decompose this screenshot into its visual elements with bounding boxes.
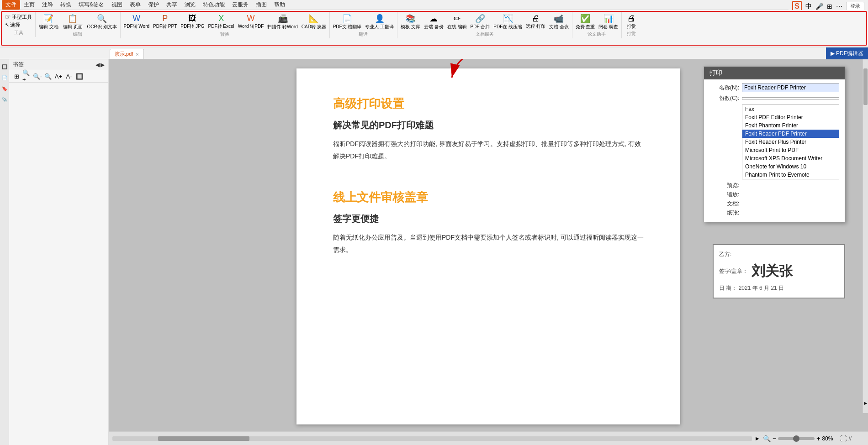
menu-form[interactable]: 表单 xyxy=(126,0,144,10)
right-scrollbar[interactable]: ▶ xyxy=(863,59,868,413)
pdf-editor-btn[interactable]: ▶ PDF编辑器 xyxy=(826,47,868,59)
scrollbar-thumb[interactable] xyxy=(863,68,868,105)
menu-help[interactable]: 帮助 xyxy=(270,0,289,10)
edit-doc-btn[interactable]: 📝 编辑 文档 xyxy=(37,13,60,31)
print-copies-input[interactable] xyxy=(742,97,839,100)
thesis-label: 论文助手 xyxy=(574,31,620,37)
sidebar-nav-next[interactable]: ▶ xyxy=(101,62,105,68)
pdf-tab[interactable]: 演示.pdf × xyxy=(110,49,144,59)
printer-item-editor[interactable]: Foxit PDF Editor Printer xyxy=(742,113,839,121)
menu-convert[interactable]: 转换 xyxy=(57,0,75,10)
section2-title: 线上文件审核盖章 xyxy=(333,189,644,205)
print-reward-btn[interactable]: 🖨 打赏 xyxy=(624,13,639,31)
tab-filename: 演示.pdf xyxy=(115,51,133,58)
pdf-online-btn[interactable]: 📉 PDF在 线压缩 xyxy=(492,13,524,31)
printer-item-fax[interactable]: Fax xyxy=(742,105,839,113)
section1-text: 福昕PDF阅读器拥有强大的打印功能, 界面友好易于学习。支持虚拟打印、批量打印等… xyxy=(333,138,644,162)
menu-plugin[interactable]: 插图 xyxy=(252,0,270,10)
printer-item-onenote[interactable]: OneNote for Windows 10 xyxy=(742,162,839,171)
sidebar-panel: 书签 ◀ ▶ ⊞ 🔍+ 🔍- 🔍 A+ A- 🔲 xyxy=(9,59,109,445)
scroll-right-btn[interactable]: ▶ xyxy=(756,436,759,441)
menu-cloud[interactable]: 云服务 xyxy=(228,0,252,10)
word-to-pdf-btn[interactable]: W Word 转PDF xyxy=(237,13,265,31)
merge-btn[interactable]: 🔗 PDF 合并 xyxy=(469,13,492,31)
template-btn[interactable]: 📚 模板 文库 xyxy=(399,13,422,31)
menu-browse[interactable]: 浏览 xyxy=(181,0,199,10)
zoom-slider[interactable] xyxy=(778,437,815,440)
printer-item-reader[interactable]: Foxit Reader PDF Printer xyxy=(742,130,839,138)
sidebar-tool-3[interactable]: 🔍- xyxy=(33,72,42,81)
sidebar-icon-1[interactable]: 🔲 xyxy=(1,63,8,70)
sidebar-icon-2[interactable]: 📄 xyxy=(1,74,8,81)
zoom-controls: 🔍 − + 80% ⛶ // xyxy=(763,435,852,442)
scroll-right-arrow[interactable]: ▶ xyxy=(863,400,868,406)
print-name-input[interactable]: Foxit Reader PDF Printer xyxy=(742,83,839,92)
printer-item-phantom[interactable]: Foxit Phantom Printer xyxy=(742,121,839,130)
pdf-to-word-btn[interactable]: W PDF转 Word xyxy=(122,13,151,31)
pdf-to-excel-btn[interactable]: X PDF转 Excel xyxy=(207,13,236,31)
remote-print-btn[interactable]: 🖨 远程 打印 xyxy=(524,13,547,31)
ocr-btn[interactable]: 🔍 OCR识 别文本 xyxy=(86,13,118,31)
select-tool-btn[interactable]: ↖ 选择 xyxy=(4,21,33,29)
print-zoom-label: 缩放: xyxy=(709,191,739,199)
menu-annotation[interactable]: 注释 xyxy=(38,0,57,10)
edit-page-btn[interactable]: 📋 编辑 页面 xyxy=(62,13,84,31)
stamp-signature-row: 签字/盖章： 刘关张 xyxy=(719,262,839,281)
layout-icon: ⊞ xyxy=(827,3,832,10)
sidebar-icon-3[interactable]: 🔖 xyxy=(1,85,8,92)
printer-item-evernote[interactable]: Phantom Print to Evernote xyxy=(742,171,839,179)
sidebar-tool-1[interactable]: ⊞ xyxy=(12,72,21,81)
cloud-backup-btn[interactable]: ☁ 云端 备份 xyxy=(423,13,445,31)
menu-share[interactable]: 共享 xyxy=(163,0,181,10)
zoom-out-icon[interactable]: 🔍 xyxy=(763,435,771,442)
hand-tool-btn[interactable]: ☞ 手型工具 xyxy=(4,13,33,21)
ribbon-convert-group: W PDF转 Word P PDF转 PPT 🖼 PDF转 JPG X PDF转… xyxy=(121,12,330,38)
pdf-to-jpg-btn[interactable]: 🖼 PDF转 JPG xyxy=(179,13,206,31)
sidebar-tool-2[interactable]: 🔍+ xyxy=(22,72,32,81)
pdf-page: 高级打印设置 解决常见的PDF打印难题 福昕PDF阅读器拥有强大的打印功能, 界… xyxy=(296,68,680,424)
menu-protect[interactable]: 保护 xyxy=(144,0,163,10)
printer-item-reader-plus[interactable]: Foxit Reader Plus Printer xyxy=(742,138,839,146)
menu-view[interactable]: 视图 xyxy=(108,0,126,10)
mic-icon: 🎤 xyxy=(815,3,823,10)
zoom-thumb[interactable] xyxy=(793,435,799,442)
docservice-label: 文档服务 xyxy=(399,31,570,37)
menu-home[interactable]: 主页 xyxy=(20,0,38,10)
zoom-minus-btn[interactable]: − xyxy=(773,435,776,442)
sidebar-tool-6[interactable]: A- xyxy=(64,72,74,81)
print-copies-label: 份数(C): xyxy=(709,94,739,102)
scan-btn[interactable]: 📠 扫描件 转Word xyxy=(266,13,299,31)
pdf-file-btn[interactable]: 📄 PDF文 档翻译 xyxy=(332,13,363,31)
reading-btn[interactable]: 📊 阅卷 调查 xyxy=(597,13,619,31)
section2: 线上文件审核盖章 签字更便捷 随着无纸化办公应用普及。当遇到使用PDF文档中需要… xyxy=(333,189,644,256)
free-check-btn[interactable]: ✅ 免费 查重 xyxy=(574,13,597,31)
printer-item-ms-pdf[interactable]: Microsoft Print to PDF xyxy=(742,146,839,154)
printer-item-ms-xps[interactable]: Microsoft XPS Document Writer xyxy=(742,154,839,162)
sidebar-tool-4[interactable]: 🔍 xyxy=(43,72,53,81)
sidebar-tool-7[interactable]: 🔲 xyxy=(75,72,84,81)
pro-translate-btn[interactable]: 👤 专业人 工翻译 xyxy=(364,13,395,31)
tab-close[interactable]: × xyxy=(136,52,138,57)
zoom-plus-btn[interactable]: + xyxy=(816,435,820,442)
print-doc-label: 文档: xyxy=(709,200,739,208)
bottom-scrollbar-track[interactable] xyxy=(112,436,752,441)
bottom-bar: ▶ 🔍 − + 80% ⛶ // xyxy=(109,431,868,445)
menu-file[interactable]: 文件 xyxy=(2,0,20,10)
sidebar-nav-prev[interactable]: ◀ xyxy=(95,62,100,68)
menu-fill-sign[interactable]: 填写&签名 xyxy=(75,0,108,10)
sidebar-tool-5[interactable]: A+ xyxy=(54,72,63,81)
cad-btn[interactable]: 📐 CAD转 换器 xyxy=(300,13,328,31)
doc-meeting-btn[interactable]: 📹 文档 会议 xyxy=(548,13,570,31)
section1: 高级打印设置 解决常见的PDF打印难题 福昕PDF阅读器拥有强大的打印功能, 界… xyxy=(333,96,644,162)
fullscreen-icon[interactable]: ⛶ xyxy=(840,435,847,442)
pdf-to-ppt-btn[interactable]: P PDF转 PPT xyxy=(152,13,178,31)
scroll-area[interactable]: 高级打印设置 解决常见的PDF打印难题 福昕PDF阅读器拥有强大的打印功能, 界… xyxy=(109,59,868,431)
login-button[interactable]: 登录 xyxy=(846,2,864,10)
online-edit-btn[interactable]: ✏ 在线 编辑 xyxy=(446,13,468,31)
fit-page-icon[interactable]: // xyxy=(848,435,852,442)
sidebar-icon-4[interactable]: 📎 xyxy=(1,96,8,103)
menu-special[interactable]: 特色功能 xyxy=(199,0,228,10)
bottom-scrollbar-thumb[interactable] xyxy=(158,436,249,441)
zoom-value: 80% xyxy=(822,435,838,442)
stamp-name: 刘关张 xyxy=(752,262,793,281)
